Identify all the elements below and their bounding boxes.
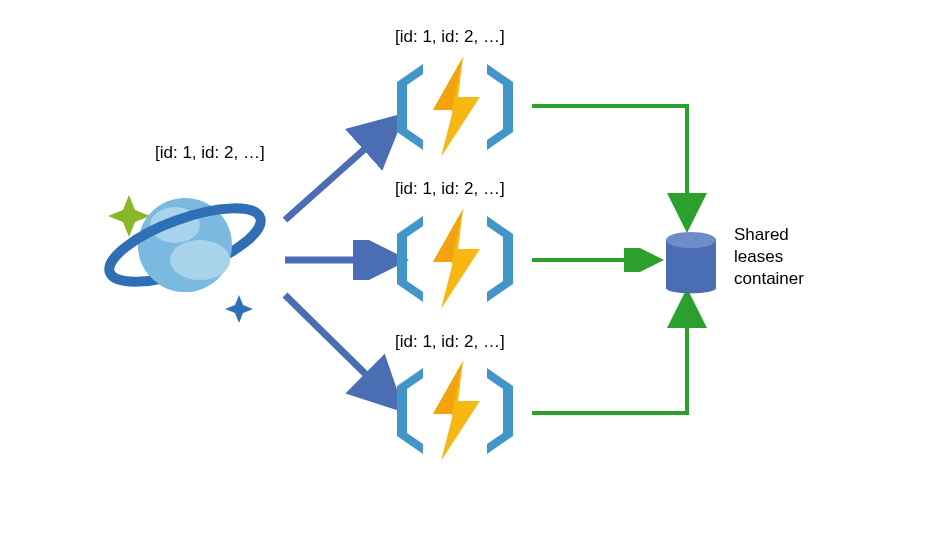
svg-line-5: [285, 122, 395, 220]
cosmos-db-icon: [95, 165, 275, 335]
arrow-fn1-to-leases: [527, 96, 707, 246]
database-icon: [661, 228, 721, 300]
leases-line2: leases: [734, 246, 804, 268]
fn3-label: [id: 1, id: 2, …]: [395, 332, 505, 352]
source-label: [id: 1, id: 2, …]: [155, 143, 265, 163]
arrow-fn2-to-leases: [527, 248, 667, 272]
arrow-fn3-to-leases: [527, 285, 707, 425]
leases-line1: Shared: [734, 224, 804, 246]
leases-label: Shared leases container: [734, 224, 804, 290]
svg-point-9: [666, 232, 716, 248]
azure-function-icon-3: [385, 356, 525, 466]
azure-function-icon-2: [385, 204, 525, 314]
azure-function-icon-1: [385, 52, 525, 162]
fn1-label: [id: 1, id: 2, …]: [395, 27, 505, 47]
svg-line-7: [285, 295, 395, 403]
leases-line3: container: [734, 268, 804, 290]
fn2-label: [id: 1, id: 2, …]: [395, 179, 505, 199]
